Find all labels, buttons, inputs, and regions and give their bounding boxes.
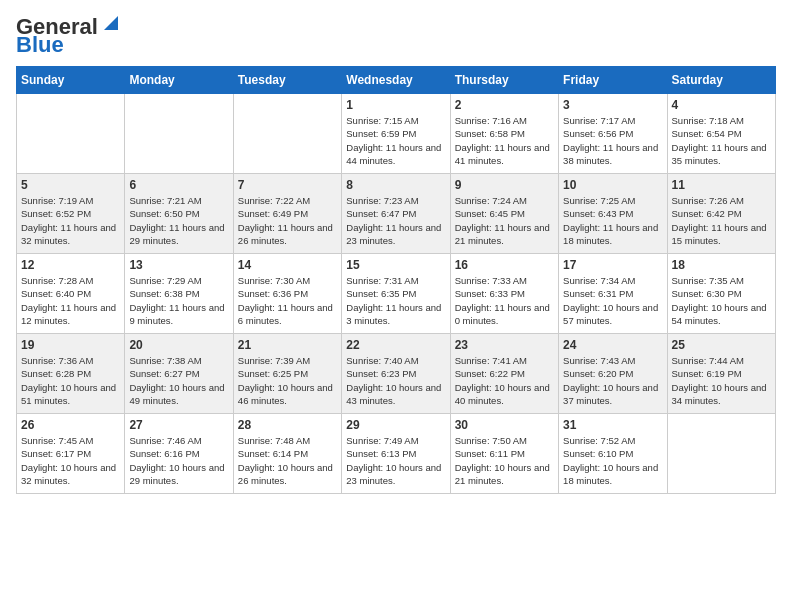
day-info: Sunrise: 7:46 AM Sunset: 6:16 PM Dayligh… <box>129 434 228 487</box>
calendar-week-row: 12Sunrise: 7:28 AM Sunset: 6:40 PM Dayli… <box>17 254 776 334</box>
calendar-week-row: 5Sunrise: 7:19 AM Sunset: 6:52 PM Daylig… <box>17 174 776 254</box>
day-info: Sunrise: 7:34 AM Sunset: 6:31 PM Dayligh… <box>563 274 662 327</box>
page-header: General Blue <box>16 16 776 56</box>
day-number: 31 <box>563 418 662 432</box>
logo-triangle-icon <box>100 16 118 34</box>
calendar-cell: 30Sunrise: 7:50 AM Sunset: 6:11 PM Dayli… <box>450 414 558 494</box>
day-info: Sunrise: 7:30 AM Sunset: 6:36 PM Dayligh… <box>238 274 337 327</box>
day-number: 9 <box>455 178 554 192</box>
day-info: Sunrise: 7:15 AM Sunset: 6:59 PM Dayligh… <box>346 114 445 167</box>
calendar-cell: 2Sunrise: 7:16 AM Sunset: 6:58 PM Daylig… <box>450 94 558 174</box>
day-number: 2 <box>455 98 554 112</box>
day-number: 4 <box>672 98 771 112</box>
day-info: Sunrise: 7:21 AM Sunset: 6:50 PM Dayligh… <box>129 194 228 247</box>
calendar-cell: 19Sunrise: 7:36 AM Sunset: 6:28 PM Dayli… <box>17 334 125 414</box>
day-info: Sunrise: 7:22 AM Sunset: 6:49 PM Dayligh… <box>238 194 337 247</box>
calendar-cell: 8Sunrise: 7:23 AM Sunset: 6:47 PM Daylig… <box>342 174 450 254</box>
day-number: 10 <box>563 178 662 192</box>
calendar-cell <box>667 414 775 494</box>
day-info: Sunrise: 7:35 AM Sunset: 6:30 PM Dayligh… <box>672 274 771 327</box>
calendar-cell: 21Sunrise: 7:39 AM Sunset: 6:25 PM Dayli… <box>233 334 341 414</box>
weekday-header-wednesday: Wednesday <box>342 67 450 94</box>
calendar-cell: 29Sunrise: 7:49 AM Sunset: 6:13 PM Dayli… <box>342 414 450 494</box>
calendar-cell: 24Sunrise: 7:43 AM Sunset: 6:20 PM Dayli… <box>559 334 667 414</box>
day-number: 5 <box>21 178 120 192</box>
calendar-cell: 10Sunrise: 7:25 AM Sunset: 6:43 PM Dayli… <box>559 174 667 254</box>
day-number: 19 <box>21 338 120 352</box>
day-number: 28 <box>238 418 337 432</box>
calendar-cell: 17Sunrise: 7:34 AM Sunset: 6:31 PM Dayli… <box>559 254 667 334</box>
day-info: Sunrise: 7:33 AM Sunset: 6:33 PM Dayligh… <box>455 274 554 327</box>
calendar-cell: 22Sunrise: 7:40 AM Sunset: 6:23 PM Dayli… <box>342 334 450 414</box>
day-number: 3 <box>563 98 662 112</box>
calendar-cell: 4Sunrise: 7:18 AM Sunset: 6:54 PM Daylig… <box>667 94 775 174</box>
calendar-cell: 1Sunrise: 7:15 AM Sunset: 6:59 PM Daylig… <box>342 94 450 174</box>
day-number: 7 <box>238 178 337 192</box>
calendar-cell <box>233 94 341 174</box>
calendar-cell: 7Sunrise: 7:22 AM Sunset: 6:49 PM Daylig… <box>233 174 341 254</box>
day-info: Sunrise: 7:25 AM Sunset: 6:43 PM Dayligh… <box>563 194 662 247</box>
day-info: Sunrise: 7:31 AM Sunset: 6:35 PM Dayligh… <box>346 274 445 327</box>
day-number: 20 <box>129 338 228 352</box>
calendar-cell: 26Sunrise: 7:45 AM Sunset: 6:17 PM Dayli… <box>17 414 125 494</box>
calendar-cell: 27Sunrise: 7:46 AM Sunset: 6:16 PM Dayli… <box>125 414 233 494</box>
calendar-cell: 28Sunrise: 7:48 AM Sunset: 6:14 PM Dayli… <box>233 414 341 494</box>
calendar-table: SundayMondayTuesdayWednesdayThursdayFrid… <box>16 66 776 494</box>
calendar-cell: 12Sunrise: 7:28 AM Sunset: 6:40 PM Dayli… <box>17 254 125 334</box>
day-info: Sunrise: 7:40 AM Sunset: 6:23 PM Dayligh… <box>346 354 445 407</box>
day-number: 1 <box>346 98 445 112</box>
calendar-cell: 14Sunrise: 7:30 AM Sunset: 6:36 PM Dayli… <box>233 254 341 334</box>
day-number: 24 <box>563 338 662 352</box>
day-info: Sunrise: 7:44 AM Sunset: 6:19 PM Dayligh… <box>672 354 771 407</box>
weekday-header-sunday: Sunday <box>17 67 125 94</box>
day-info: Sunrise: 7:24 AM Sunset: 6:45 PM Dayligh… <box>455 194 554 247</box>
day-info: Sunrise: 7:41 AM Sunset: 6:22 PM Dayligh… <box>455 354 554 407</box>
calendar-cell: 25Sunrise: 7:44 AM Sunset: 6:19 PM Dayli… <box>667 334 775 414</box>
svg-marker-0 <box>104 16 118 30</box>
day-number: 15 <box>346 258 445 272</box>
day-info: Sunrise: 7:29 AM Sunset: 6:38 PM Dayligh… <box>129 274 228 327</box>
calendar-cell: 6Sunrise: 7:21 AM Sunset: 6:50 PM Daylig… <box>125 174 233 254</box>
calendar-cell: 18Sunrise: 7:35 AM Sunset: 6:30 PM Dayli… <box>667 254 775 334</box>
day-number: 27 <box>129 418 228 432</box>
day-number: 13 <box>129 258 228 272</box>
calendar-week-row: 26Sunrise: 7:45 AM Sunset: 6:17 PM Dayli… <box>17 414 776 494</box>
day-info: Sunrise: 7:39 AM Sunset: 6:25 PM Dayligh… <box>238 354 337 407</box>
day-info: Sunrise: 7:43 AM Sunset: 6:20 PM Dayligh… <box>563 354 662 407</box>
weekday-header-row: SundayMondayTuesdayWednesdayThursdayFrid… <box>17 67 776 94</box>
weekday-header-saturday: Saturday <box>667 67 775 94</box>
weekday-header-tuesday: Tuesday <box>233 67 341 94</box>
calendar-cell: 16Sunrise: 7:33 AM Sunset: 6:33 PM Dayli… <box>450 254 558 334</box>
day-info: Sunrise: 7:48 AM Sunset: 6:14 PM Dayligh… <box>238 434 337 487</box>
day-info: Sunrise: 7:50 AM Sunset: 6:11 PM Dayligh… <box>455 434 554 487</box>
weekday-header-monday: Monday <box>125 67 233 94</box>
day-number: 25 <box>672 338 771 352</box>
day-number: 18 <box>672 258 771 272</box>
calendar-cell: 3Sunrise: 7:17 AM Sunset: 6:56 PM Daylig… <box>559 94 667 174</box>
logo-blue: Blue <box>16 34 64 56</box>
calendar-week-row: 19Sunrise: 7:36 AM Sunset: 6:28 PM Dayli… <box>17 334 776 414</box>
day-info: Sunrise: 7:49 AM Sunset: 6:13 PM Dayligh… <box>346 434 445 487</box>
day-number: 11 <box>672 178 771 192</box>
day-number: 16 <box>455 258 554 272</box>
day-info: Sunrise: 7:36 AM Sunset: 6:28 PM Dayligh… <box>21 354 120 407</box>
day-info: Sunrise: 7:19 AM Sunset: 6:52 PM Dayligh… <box>21 194 120 247</box>
calendar-cell: 15Sunrise: 7:31 AM Sunset: 6:35 PM Dayli… <box>342 254 450 334</box>
calendar-cell <box>17 94 125 174</box>
day-info: Sunrise: 7:23 AM Sunset: 6:47 PM Dayligh… <box>346 194 445 247</box>
calendar-cell: 11Sunrise: 7:26 AM Sunset: 6:42 PM Dayli… <box>667 174 775 254</box>
weekday-header-thursday: Thursday <box>450 67 558 94</box>
day-number: 8 <box>346 178 445 192</box>
weekday-header-friday: Friday <box>559 67 667 94</box>
day-number: 21 <box>238 338 337 352</box>
calendar-cell: 31Sunrise: 7:52 AM Sunset: 6:10 PM Dayli… <box>559 414 667 494</box>
day-number: 22 <box>346 338 445 352</box>
day-number: 29 <box>346 418 445 432</box>
day-info: Sunrise: 7:18 AM Sunset: 6:54 PM Dayligh… <box>672 114 771 167</box>
day-info: Sunrise: 7:38 AM Sunset: 6:27 PM Dayligh… <box>129 354 228 407</box>
day-info: Sunrise: 7:26 AM Sunset: 6:42 PM Dayligh… <box>672 194 771 247</box>
day-number: 14 <box>238 258 337 272</box>
day-number: 23 <box>455 338 554 352</box>
day-number: 26 <box>21 418 120 432</box>
day-number: 17 <box>563 258 662 272</box>
